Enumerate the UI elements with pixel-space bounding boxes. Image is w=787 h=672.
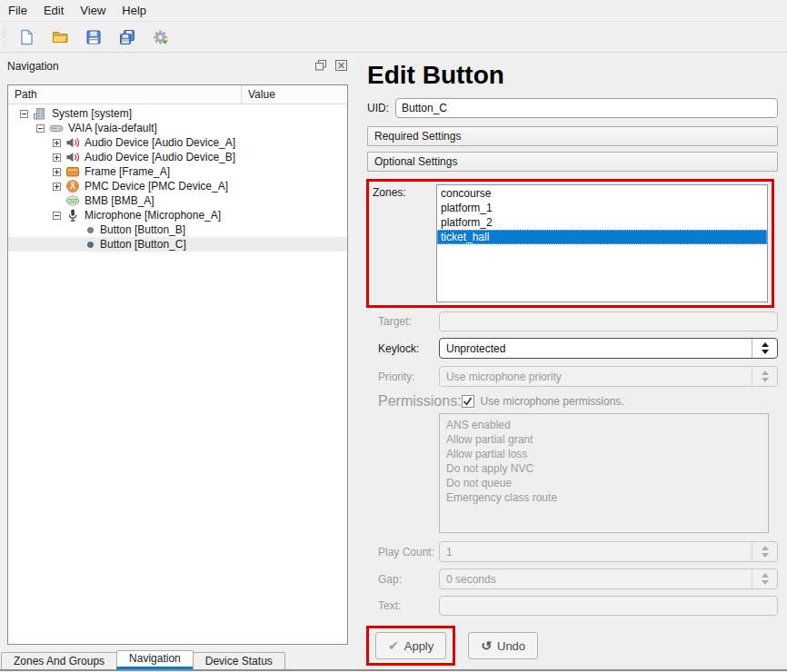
target-field-row: Target:	[367, 311, 778, 331]
permissions-label: Permissions:	[378, 393, 462, 410]
undo-icon: ↺	[481, 638, 492, 653]
tree-item-label: Button [Button_C]	[100, 238, 186, 251]
tree-item-label: PMC Device [PMC Device_A]	[85, 180, 228, 193]
play-count-field-row: Play Count: 1	[367, 541, 778, 562]
permission-option: Do not apply NVC	[446, 461, 768, 476]
tree-item-label: Microphone [Microphone_A]	[85, 209, 221, 222]
zone-option-platform-1[interactable]: platform_1	[437, 201, 767, 215]
float-icon	[315, 60, 327, 74]
tree-item-button-c[interactable]: Button [Button_C]	[8, 237, 347, 252]
priority-spinbox: Use microphone priority	[439, 366, 778, 387]
keylock-spin-arrows[interactable]	[752, 339, 777, 358]
dock-close-button[interactable]	[334, 60, 349, 74]
tree-item-vaia[interactable]: VAIA [vaia-default]	[8, 121, 347, 135]
gap-spinbox: 0 seconds	[439, 568, 778, 589]
open-folder-button[interactable]	[46, 25, 74, 49]
button-dot-icon	[87, 242, 94, 248]
tree-item-label: VAIA [vaia-default]	[68, 122, 157, 134]
permissions-listbox: ANS enabled Allow partial grant Allow pa…	[439, 413, 769, 533]
close-icon	[335, 60, 347, 74]
new-document-icon	[17, 28, 35, 46]
undo-button[interactable]: ↺ Undo	[468, 632, 538, 659]
priority-value: Use microphone priority	[440, 367, 752, 386]
tree-item-label: Audio Device [Audio Device_B]	[85, 151, 235, 163]
zones-annotation-box: Zones: concourse platform_1 platform_2 t…	[366, 179, 774, 308]
spin-down-icon[interactable]	[762, 350, 769, 354]
dock-tab-bar: Zones And Groups Navigation Device Statu…	[1, 650, 284, 669]
apply-button[interactable]: ✔ Apply	[375, 632, 446, 659]
button-dot-icon	[87, 227, 94, 233]
menu-file[interactable]: File	[0, 1, 35, 20]
save-button-toolbar[interactable]	[80, 25, 107, 49]
new-document-button[interactable]	[13, 25, 40, 49]
tree-header: Path Value	[8, 85, 347, 104]
tree-item-audio-device-a[interactable]: Audio Device [Audio Device_A]	[8, 135, 347, 150]
expand-toggle-icon[interactable]	[53, 139, 61, 147]
spin-up-icon	[762, 573, 769, 578]
expand-toggle-icon[interactable]	[53, 183, 61, 191]
toolbar-drag-handle[interactable]	[3, 26, 7, 48]
microphone-icon	[65, 208, 80, 222]
permission-option: Do not queue	[446, 476, 768, 490]
zone-option-platform-2[interactable]: platform_2	[437, 215, 767, 230]
check-icon: ✔	[388, 638, 399, 653]
zones-listbox[interactable]: concourse platform_1 platform_2 ticket_h…	[436, 184, 768, 302]
save-all-button[interactable]	[114, 25, 141, 49]
dock-title-bar: Navigation	[0, 56, 355, 76]
undo-button-label: Undo	[497, 639, 525, 653]
play-count-spinbox: 1	[439, 541, 778, 562]
gap-spin-arrows	[752, 569, 777, 588]
edit-button-panel: Edit Button UID: Required Settings Optio…	[355, 53, 787, 672]
collapse-toggle-icon[interactable]	[53, 212, 61, 220]
tree-item-label: System [system]	[52, 107, 132, 120]
tab-zones-and-groups[interactable]: Zones And Groups	[1, 652, 117, 669]
tree-item-audio-device-b[interactable]: Audio Device [Audio Device_B]	[8, 150, 347, 164]
column-header-value[interactable]: Value	[242, 85, 347, 104]
toolbar	[0, 22, 787, 53]
tree-item-frame[interactable]: Frame [Frame_A]	[8, 164, 347, 179]
use-microphone-permissions-checkbox[interactable]	[462, 395, 474, 408]
priority-label: Priority:	[378, 371, 439, 383]
keylock-spinbox[interactable]: Unprotected	[439, 338, 778, 359]
collapse-toggle-icon[interactable]	[36, 124, 45, 133]
tree-item-button-b[interactable]: Button [Button_B]	[8, 222, 347, 237]
zone-option-concourse[interactable]: concourse	[437, 186, 767, 201]
uid-field-row: UID:	[367, 97, 778, 119]
uid-label: UID:	[367, 102, 395, 114]
tree-item-pmc-device[interactable]: PMC Device [PMC Device_A]	[8, 179, 347, 193]
gap-label: Gap:	[378, 573, 439, 586]
speaker-icon	[65, 135, 80, 150]
dock-title: Navigation	[7, 60, 59, 73]
tab-navigation[interactable]: Navigation	[116, 650, 194, 669]
gap-field-row: Gap: 0 seconds	[367, 568, 778, 589]
navigation-dock: Navigation P	[0, 53, 355, 672]
dock-float-button[interactable]	[314, 60, 329, 74]
tree-item-system[interactable]: System [system]	[8, 106, 347, 121]
system-building-icon	[33, 106, 47, 121]
menu-help[interactable]: Help	[114, 1, 154, 20]
expand-toggle-icon[interactable]	[53, 168, 61, 176]
column-header-path[interactable]: Path	[8, 85, 242, 104]
zone-option-ticket-hall[interactable]: ticket_hall	[437, 230, 767, 244]
tab-device-status[interactable]: Device Status	[193, 652, 285, 669]
spin-up-icon[interactable]	[762, 342, 769, 347]
expand-toggle-icon[interactable]	[53, 153, 61, 162]
play-count-value: 1	[440, 542, 752, 561]
text-input	[439, 596, 778, 616]
menu-view[interactable]: View	[72, 1, 114, 20]
section-required-settings[interactable]: Required Settings	[367, 126, 778, 146]
section-optional-settings[interactable]: Optional Settings	[367, 152, 778, 172]
tree-item-bmb[interactable]: BMB [BMB_A]	[8, 193, 347, 208]
process-button[interactable]	[147, 25, 174, 49]
tree-item-microphone[interactable]: Microphone [Microphone_A]	[8, 208, 347, 222]
checkmark-icon	[463, 397, 473, 406]
collapse-toggle-icon[interactable]	[20, 110, 28, 118]
permission-option: Allow partial loss	[446, 447, 768, 461]
gear-arrow-icon	[152, 28, 170, 46]
menu-edit[interactable]: Edit	[35, 1, 72, 20]
uid-input[interactable]	[395, 98, 778, 118]
priority-spin-arrows	[752, 367, 777, 386]
priority-field-row: Priority: Use microphone priority	[367, 366, 778, 387]
speaker-icon	[65, 150, 80, 164]
play-count-spin-arrows	[752, 542, 777, 561]
